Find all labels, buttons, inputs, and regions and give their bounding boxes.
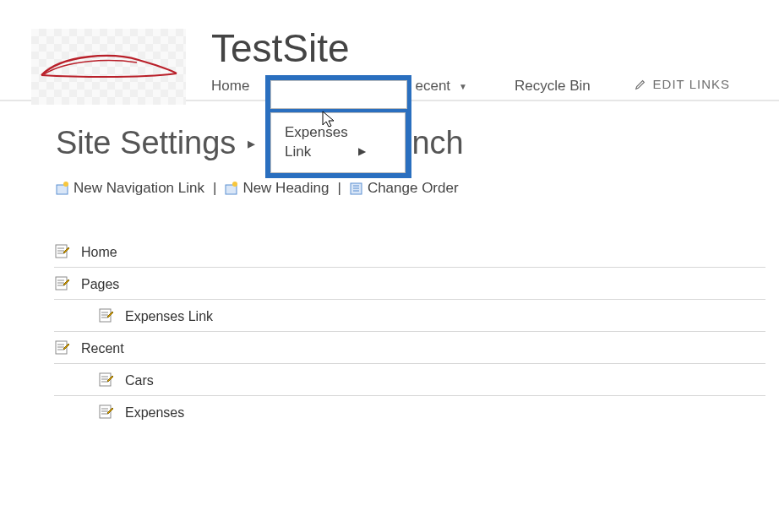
site-title: TestSite: [211, 25, 602, 71]
breadcrumb: Site Settings ▸ Quick Launch: [56, 125, 779, 161]
tree-item-home[interactable]: Home: [54, 236, 765, 268]
submenu-arrow-icon: ▶: [358, 144, 366, 158]
action-bar: New Navigation Link | New Heading | Chan…: [56, 180, 779, 197]
tree-item-expenses-link[interactable]: Expenses Link: [54, 300, 765, 332]
dropdown-line2: Link: [285, 144, 311, 160]
tree-label: Pages: [81, 275, 119, 292]
edit-links-label: EDIT LINKS: [653, 77, 730, 91]
edit-item-icon: [99, 404, 114, 420]
change-order-button[interactable]: Change Order: [350, 180, 459, 197]
tree-item-recent[interactable]: Recent: [54, 332, 765, 364]
svg-point-1: [63, 182, 68, 187]
pencil-icon: [635, 79, 646, 90]
pages-dropdown-tab: [270, 80, 407, 109]
nav-recycle-bin[interactable]: Recycle Bin: [503, 74, 602, 98]
dropdown-item-expenses-link[interactable]: Expenses Link: [285, 123, 391, 162]
new-heading-button[interactable]: New Heading: [225, 180, 329, 197]
pages-dropdown-menu: Expenses Link ▶: [270, 112, 406, 173]
action-divider: |: [210, 180, 220, 197]
chevron-down-icon: ▼: [459, 82, 467, 91]
edit-item-icon: [99, 372, 114, 388]
tree-item-cars[interactable]: Cars: [54, 364, 765, 396]
new-heading-label: New Heading: [242, 180, 329, 197]
nav-recent[interactable]: ecent ▼: [403, 74, 479, 98]
site-logo[interactable]: [31, 29, 186, 105]
svg-point-3: [232, 182, 237, 187]
action-divider: |: [334, 180, 344, 197]
new-nav-link-label: New Navigation Link: [74, 180, 204, 197]
edit-item-icon: [55, 340, 70, 356]
breadcrumb-separator-icon: ▸: [248, 134, 255, 153]
tree-label: Home: [81, 243, 117, 260]
tree-label: Expenses Link: [125, 307, 213, 324]
nav-recycle-label: Recycle Bin: [515, 78, 591, 95]
car-logo-icon: [37, 50, 181, 84]
dropdown-line1: Expenses: [285, 124, 348, 140]
nav-home-label: Home: [211, 78, 249, 95]
tree-label: Recent: [81, 339, 124, 356]
edit-item-icon: [99, 308, 114, 323]
tree-label: Cars: [125, 372, 154, 388]
quick-launch-tree: Home Pages Expenses Link: [54, 236, 765, 427]
tree-label: Expenses: [125, 404, 184, 421]
pages-dropdown: Expenses Link ▶: [265, 75, 411, 178]
nav-recent-label: ecent: [415, 78, 450, 95]
tree-item-pages[interactable]: Pages: [54, 268, 765, 300]
tree-item-expenses[interactable]: Expenses: [54, 396, 765, 427]
breadcrumb-root[interactable]: Site Settings: [56, 125, 236, 161]
new-link-icon: [56, 182, 70, 196]
edit-links-button[interactable]: EDIT LINKS: [635, 77, 730, 91]
edit-item-icon: [55, 276, 70, 291]
edit-item-icon: [55, 244, 70, 259]
new-heading-icon: [225, 182, 239, 196]
change-order-icon: [350, 182, 364, 196]
change-order-label: Change Order: [368, 180, 459, 197]
new-navigation-link-button[interactable]: New Navigation Link: [56, 180, 204, 197]
nav-home[interactable]: Home: [211, 74, 261, 98]
